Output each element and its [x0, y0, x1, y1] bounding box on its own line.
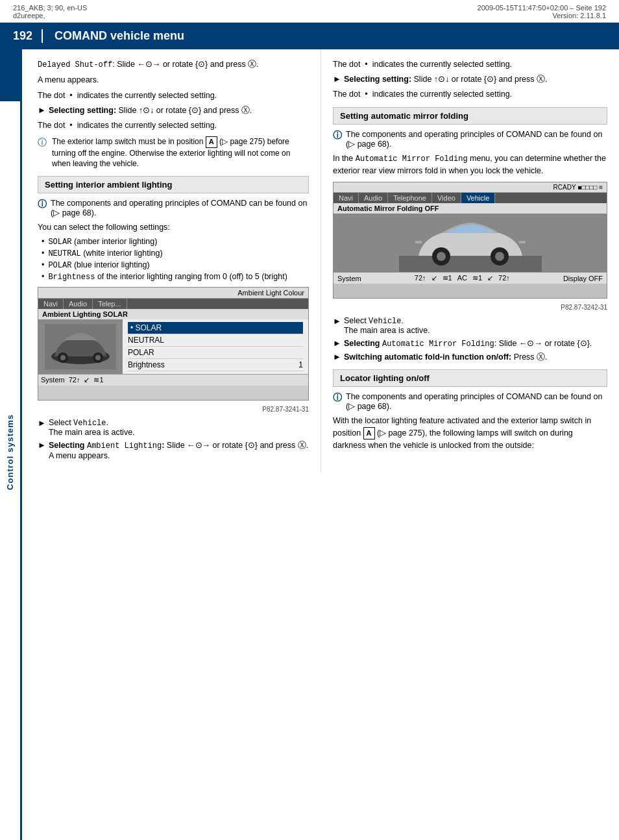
delayed-shutoff-para: Delayed Shut-off: Slide ←⊙→ or rotate {⊙…	[38, 58, 309, 71]
ambient-neutral-item: NEUTRAL	[128, 334, 303, 347]
dot-text-2: The dot • indicates the currently select…	[38, 119, 309, 132]
mirror-m1-2: ≋1	[472, 274, 482, 282]
ambient-nav-audio: Audio	[64, 299, 93, 309]
info-ambient-block: ⓘ The components and operating principle…	[38, 199, 309, 217]
mirror-m1-1: ≋1	[443, 274, 452, 282]
mirror-image-ref: P82.87-3242-31	[333, 304, 607, 311]
selecting-setting-item-left: ► Selecting setting: Slide ↑⊙↓ or rotate…	[38, 105, 309, 116]
ambient-system-label: System	[41, 376, 65, 384]
delayed-shutoff-label: Delayed Shut-off	[38, 60, 112, 69]
svg-rect-7	[399, 256, 542, 272]
bullet-brightness-text: Brightness of the interior lighting rang…	[48, 272, 287, 282]
bullet-neutral-text: NEUTRAL (white interior lighting)	[48, 249, 162, 258]
info-mirror-text: The components and operating principles …	[346, 130, 607, 149]
bullet-dot-polar: •	[42, 260, 44, 270]
page-header: 216_AKB; 3; 90, en-US d2ureepe, 2009-05-…	[0, 0, 619, 23]
svg-point-11	[495, 252, 504, 261]
mirror-nav-navi: Navi	[334, 193, 359, 203]
bullet-brightness: • Brightness of the interior lighting ra…	[42, 272, 309, 282]
menu-appears-para: A menu appears.	[38, 74, 309, 86]
main-content: Delayed Shut-off: Slide ←⊙→ or rotate {⊙…	[22, 49, 619, 840]
warning-block-exterior: ⓘ The exterior lamp switch must be in po…	[38, 136, 309, 169]
selecting-setting-text-left: Selecting setting: Slide ↑⊙↓ or rotate {…	[49, 105, 252, 116]
ambient-m1: ≋1	[93, 376, 103, 384]
svg-point-3	[60, 355, 66, 360]
selecting-setting-bold-right: Selecting setting:	[344, 75, 411, 84]
mirror-bottom-bar: System 72↑ ↙ ≋1 AC ≋1 ↙ 72↑ Display OFF	[334, 272, 607, 284]
ambient-light-colour-label: Ambient Light Colour	[237, 289, 304, 297]
switching-foldin-item: ► Switching automatic fold-in function o…	[333, 352, 607, 363]
page-title-bar: 192 COMAND vehicle menu	[0, 23, 619, 49]
ambient-nav-bar: Navi Audio Telep...	[38, 299, 308, 309]
ambient-nav-telep: Telep...	[93, 299, 127, 309]
select-vehicle-item-right: ► Select Vehicle.The main area is active…	[333, 316, 607, 335]
page-number: 192	[13, 29, 43, 43]
selecting-setting-bold-left: Selecting setting:	[49, 106, 116, 115]
mirror-nav-vehicle: Vehicle	[461, 193, 495, 203]
ambient-options: • SOLAR NEUTRAL POLAR Brightness 1	[123, 319, 308, 374]
selecting-mirror-text: Selecting Automatic Mirror Folding: Slid…	[344, 338, 592, 349]
mirror-system-label: System	[337, 275, 361, 282]
bullet-polar: • POLAR (blue interior lighting)	[42, 260, 309, 270]
sidebar-label: Control systems	[5, 414, 15, 490]
dot-text-right-1: The dot • indicates the currently select…	[333, 58, 607, 71]
bullet-list-ambient: • SOLAR (amber interior lighting) • NEUT…	[42, 237, 309, 282]
arrow-icon-right-4: ►	[333, 352, 341, 363]
selecting-setting-text-right: Selecting setting: Slide ↑⊙↓ or rotate {…	[344, 74, 548, 85]
mirror-nav-audio: Audio	[359, 193, 388, 203]
mirror-72-left: 72↑	[415, 274, 426, 282]
arrow-icon-left-3: ►	[38, 440, 46, 460]
sidebar-blue-bar	[0, 49, 20, 101]
info-icon-ambient: ⓘ	[38, 199, 47, 217]
arrow-icon-right-2: ►	[333, 316, 341, 335]
locator-para: With the locator lighting feature activa…	[333, 415, 607, 451]
info-locator-block: ⓘ The components and operating principle…	[333, 392, 607, 411]
mirror-arrow-2: ↙	[487, 274, 493, 282]
mirror-72-right: 72↑	[498, 274, 510, 282]
mirror-car-svg	[399, 214, 542, 272]
sidebar: Control systems	[0, 49, 22, 840]
mirror-menu-label: Automatic Mirror Folding OFF	[337, 204, 439, 212]
mirror-car-svg-area	[334, 214, 607, 272]
ambient-brightness-item: Brightness 1	[128, 359, 303, 371]
ambient-top-bar: Ambient Light Colour	[38, 288, 308, 299]
select-vehicle-item-left: ► Select Vehicle.The main area is active…	[38, 418, 309, 437]
arrow-icon-left-2: ►	[38, 418, 46, 437]
ambient-menu-label: Ambient Lighting SOLAR	[42, 310, 128, 318]
info-locator-text: The components and operating principles …	[346, 392, 607, 411]
mirror-nav-video: Video	[432, 193, 461, 203]
info-icon-exterior: ⓘ	[38, 136, 47, 169]
svg-rect-13	[519, 241, 526, 243]
ambient-solar-item: • SOLAR	[128, 322, 303, 334]
page-title: COMAND vehicle menu	[55, 29, 184, 43]
warning-text-exterior: The exterior lamp switch must be in posi…	[52, 136, 309, 169]
arrow-icon-right-1: ►	[333, 74, 341, 85]
selecting-ambient-text: Selecting Ambient Lighting: Slide ←⊙→ or…	[49, 440, 308, 460]
header-right: 2009-05-15T11:47:50+02:00 – Seite 192 Ve…	[478, 4, 606, 19]
left-column: Delayed Shut-off: Slide ←⊙→ or rotate {⊙…	[22, 49, 321, 473]
bullet-dot-brightness: •	[42, 272, 44, 282]
bullet-solar: • SOLAR (amber interior lighting)	[42, 237, 309, 247]
mirror-ac: AC	[457, 274, 467, 282]
mirror-para: In the Automatic Mirror Folding menu, yo…	[333, 153, 607, 177]
ambient-nav-navi: Navi	[38, 299, 64, 309]
info-mirror-block: ⓘ The components and operating principle…	[333, 130, 607, 149]
right-column: The dot • indicates the currently select…	[321, 49, 619, 473]
mirror-nav-telephone: Telephone	[388, 193, 432, 203]
car-svg	[45, 324, 116, 369]
bullet-dot-solar: •	[42, 237, 44, 247]
bullet-polar-text: POLAR (blue interior lighting)	[48, 260, 149, 270]
ambient-image-ref: P82.87-3241-31	[38, 406, 309, 413]
box-a-icon: A	[206, 136, 217, 147]
brightness-label: Brightness	[128, 360, 165, 369]
arrow-icon-right-3: ►	[333, 338, 341, 349]
page-layout: Control systems Delayed Shut-off: Slide …	[0, 49, 619, 840]
mirror-bottom-icons: 72↑ ↙ ≋1 AC ≋1 ↙ 72↑	[415, 274, 510, 282]
bullet-dot-neutral: •	[42, 249, 44, 258]
section-mirror-folding: Setting automatic mirror folding	[333, 107, 607, 125]
select-vehicle-left: Select Vehicle.The main area is active.	[49, 418, 135, 437]
mirror-menu-bar: Automatic Mirror Folding OFF	[334, 203, 607, 214]
header-left: 216_AKB; 3; 90, en-US d2ureepe,	[13, 4, 87, 19]
switching-foldin-text: Switching automatic fold-in function on/…	[344, 352, 548, 363]
svg-rect-12	[415, 241, 422, 243]
